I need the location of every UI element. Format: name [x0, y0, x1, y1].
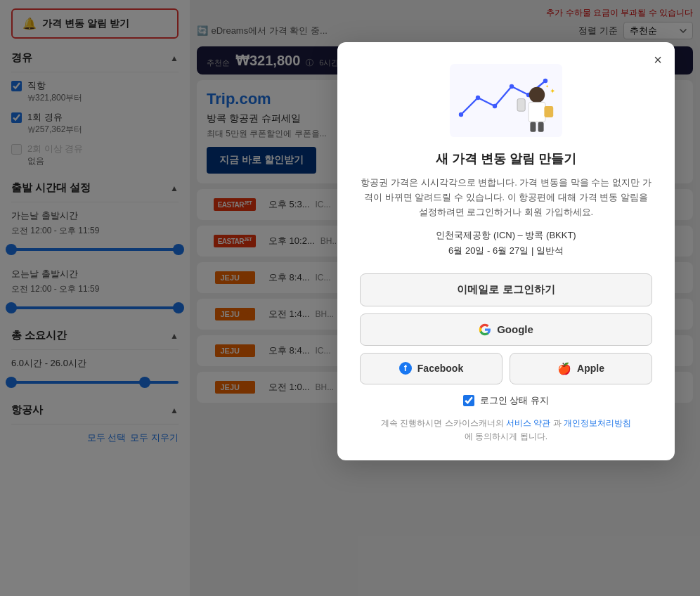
google-login-button[interactable]: Google [360, 313, 652, 346]
svg-rect-12 [517, 99, 525, 112]
svg-point-4 [510, 84, 514, 89]
svg-point-2 [476, 96, 480, 100]
svg-text:✦: ✦ [550, 87, 555, 95]
apple-login-button[interactable]: 🍎 Apple [510, 353, 652, 384]
svg-point-6 [543, 79, 547, 83]
modal-title: 새 가격 변동 알림 만들기 [360, 150, 652, 167]
svg-rect-9 [530, 122, 536, 131]
keep-login-row: 로그인 상태 유지 [360, 394, 652, 407]
price-alert-modal: × ✦ ✦ 새 가격 변동 알림 만 [337, 42, 675, 460]
keep-login-label: 로그인 상태 유지 [480, 394, 549, 407]
terms-link[interactable]: 서비스 약관 [506, 418, 550, 428]
modal-route: 인천국제공항 (ICN) – 방콕 (BKKT) 6월 20일 - 6월 27일… [360, 228, 652, 259]
email-login-button[interactable]: 이메일로 로그인하기 [360, 273, 652, 306]
keep-login-checkbox[interactable] [463, 395, 474, 406]
google-icon [479, 323, 491, 336]
apple-icon: 🍎 [557, 362, 571, 375]
svg-rect-10 [538, 122, 544, 131]
price-chart-illustration: ✦ ✦ [450, 62, 562, 139]
facebook-icon: f [399, 362, 412, 375]
modal-illustration: ✦ ✦ [360, 62, 652, 139]
social-buttons-row: f Facebook 🍎 Apple [360, 353, 652, 384]
facebook-login-button[interactable]: f Facebook [360, 353, 503, 384]
privacy-link[interactable]: 개인정보처리방침 [564, 418, 631, 428]
modal-close-button[interactable]: × [654, 52, 662, 68]
svg-point-1 [459, 112, 463, 117]
svg-rect-8 [529, 102, 545, 122]
modal-footer: 계속 진행하시면 스카이스캐너의 서비스 약관 과 개인정보처리방침 에 동의하… [360, 417, 652, 443]
svg-rect-0 [450, 64, 562, 137]
svg-rect-11 [544, 106, 553, 117]
svg-point-3 [493, 104, 497, 108]
modal-desc: 항공권 가격은 시시각각으로 변합니다. 가격 변동을 막을 수는 없지만 가격… [360, 176, 652, 219]
svg-point-7 [529, 87, 545, 103]
svg-text:✦: ✦ [545, 84, 549, 89]
